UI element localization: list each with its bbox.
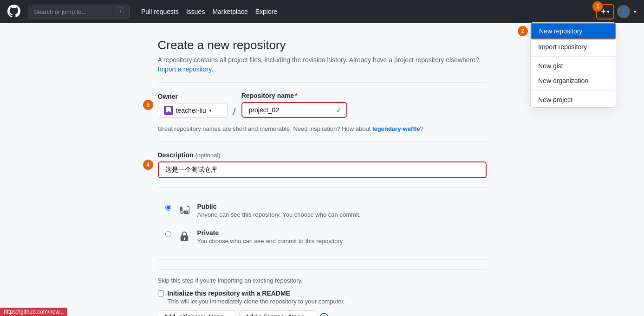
optional-text: (optional) xyxy=(195,152,220,159)
step2-badge: 2 xyxy=(518,26,528,36)
book-open-icon xyxy=(177,203,192,218)
readme-label: Initialize this repository with a README xyxy=(168,290,345,297)
avatar-icon: 👤 xyxy=(620,8,627,15)
gitignore-select[interactable]: Add .gitignore: None ▾ xyxy=(158,310,236,316)
gitignore-value: None xyxy=(208,313,224,316)
owner-repo-row: 3 Owner teacher-liu ▾ / Repository name*… xyxy=(158,92,487,118)
description-section: 4 Description (optional) xyxy=(158,151,487,178)
owner-name: teacher-liu xyxy=(176,107,206,114)
suggestion-link[interactable]: legendary-waffle xyxy=(372,125,420,132)
navbar-right: 1 + ▾ 👤 ▾ xyxy=(597,5,637,19)
description-label: Description (optional) xyxy=(158,151,487,159)
public-content: Public Anyone can see this repository. Y… xyxy=(197,203,479,218)
dropdown-new-gist[interactable]: New gist xyxy=(531,58,616,73)
readme-content: Initialize this repository with a README… xyxy=(168,290,345,305)
user-dropdown-arrow[interactable]: ▾ xyxy=(634,9,637,15)
suggestion-text: Great repository names are short and mem… xyxy=(158,125,487,132)
repo-name-group: Repository name* ✓ xyxy=(241,92,347,118)
select-row: Add .gitignore: None ▾ Add a license: No… xyxy=(158,310,487,316)
public-radio[interactable] xyxy=(165,205,171,211)
private-title: Private xyxy=(197,229,479,237)
public-title: Public xyxy=(197,203,479,210)
valid-checkmark-icon: ✓ xyxy=(336,106,342,115)
step3-badge: 3 xyxy=(143,100,153,110)
navbar: Search or jump to... / Pull requests Iss… xyxy=(0,0,644,23)
plus-btn-wrapper: 1 + ▾ xyxy=(597,5,613,19)
search-shortcut: / xyxy=(117,7,124,16)
license-value: None xyxy=(289,313,304,316)
readme-row: Initialize this repository with a README… xyxy=(158,290,487,305)
license-label: Add a license: xyxy=(245,313,286,316)
owner-avatar-icon xyxy=(164,106,173,115)
page-desc-text: A repository contains all project files,… xyxy=(158,56,479,64)
nav-pull-requests[interactable]: Pull requests xyxy=(141,8,179,15)
dropdown-new-project[interactable]: New project xyxy=(531,92,616,107)
page-description: A repository contains all project files,… xyxy=(158,56,487,64)
license-arrow-icon: ▾ xyxy=(307,314,310,316)
owner-label: Owner xyxy=(158,93,228,100)
owner-select[interactable]: teacher-liu ▾ xyxy=(158,103,228,118)
github-logo[interactable] xyxy=(7,5,20,19)
new-items-dropdown: 2 New repository Import repository New g… xyxy=(530,22,616,108)
dropdown-new-organization[interactable]: New organization xyxy=(531,73,616,88)
required-star: * xyxy=(295,92,297,99)
initialize-section: Skip this step if you're importing an ex… xyxy=(158,269,487,316)
slash-divider: / xyxy=(231,106,238,118)
nav-issues[interactable]: Issues xyxy=(186,8,205,15)
public-option[interactable]: Public Anyone can see this repository. Y… xyxy=(158,197,487,224)
import-repository-link[interactable]: Import a repository. xyxy=(158,65,214,73)
description-group: Description (optional) xyxy=(158,151,487,178)
step4-badge: 4 xyxy=(143,160,153,170)
description-wrapper xyxy=(158,161,487,178)
search-bar[interactable]: Search or jump to... / xyxy=(28,5,130,19)
nav-marketplace[interactable]: Marketplace xyxy=(212,8,247,15)
repo-name-input[interactable] xyxy=(243,104,345,116)
private-desc: You choose who can see and commit to thi… xyxy=(197,238,479,245)
readme-checkbox[interactable] xyxy=(158,290,164,297)
private-content: Private You choose who can see and commi… xyxy=(197,229,479,245)
gitignore-label: Add .gitignore: xyxy=(164,313,206,316)
gitignore-arrow-icon: ▾ xyxy=(227,314,229,316)
repo-name-label: Repository name* xyxy=(241,92,347,99)
dropdown-new-repository[interactable]: New repository xyxy=(531,23,616,39)
visibility-group: Public Anyone can see this repository. Y… xyxy=(158,197,487,250)
step1-badge: 1 xyxy=(592,1,603,12)
skip-text: Skip this step if you're importing an ex… xyxy=(158,277,487,284)
public-desc: Anyone can see this repository. You choo… xyxy=(197,211,479,218)
url-bar: https://github.com/new... xyxy=(0,308,67,316)
owner-group: Owner teacher-liu ▾ xyxy=(158,93,228,118)
lock-icon xyxy=(177,229,192,244)
user-avatar[interactable]: 👤 xyxy=(617,5,630,18)
dropdown-arrow-icon: ▾ xyxy=(607,9,610,15)
readme-desc: This will let you immediately clone the … xyxy=(168,298,345,305)
private-radio[interactable] xyxy=(165,231,171,237)
info-icon[interactable]: i xyxy=(320,313,328,316)
dropdown-import-repository[interactable]: Import repository xyxy=(531,39,616,54)
page-title: Create a new repository xyxy=(158,38,487,52)
private-option[interactable]: Private You choose who can see and commi… xyxy=(158,224,487,250)
nav-links: Pull requests Issues Marketplace Explore xyxy=(141,8,277,15)
nav-explore[interactable]: Explore xyxy=(255,8,277,15)
main-content: Create a new repository A repository con… xyxy=(150,23,494,316)
description-input[interactable] xyxy=(160,163,485,176)
owner-dropdown-icon: ▾ xyxy=(209,108,212,114)
search-placeholder: Search or jump to... xyxy=(34,8,86,15)
repo-name-wrapper: ✓ xyxy=(241,102,347,118)
license-select[interactable]: Add a license: None ▾ xyxy=(239,310,316,316)
